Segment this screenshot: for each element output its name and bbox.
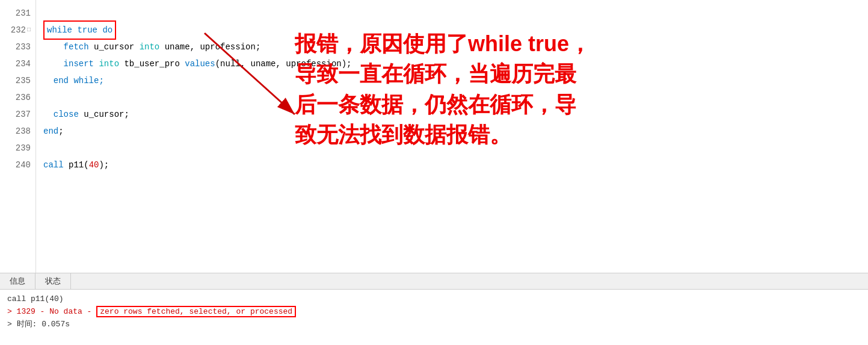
line-num-236: 236	[0, 89, 35, 106]
tab-info[interactable]: 信息	[0, 273, 35, 289]
code-line-231	[43, 5, 861, 22]
output-line-1: call p11(40)	[7, 293, 861, 306]
panel-output: call p11(40) > 1329 - No data - zero row…	[0, 290, 868, 334]
fetch-args: u_cursor	[89, 39, 140, 55]
editor-area: 231 232 233 234 235 236 237 238 239 240 …	[0, 0, 868, 273]
insert-keyword: insert	[64, 55, 94, 72]
line-num-231: 231	[0, 5, 35, 22]
code-line-236	[43, 89, 861, 106]
indent	[43, 39, 64, 55]
indent2	[43, 55, 64, 72]
line-num-237: 237	[0, 106, 35, 123]
output-line-2: > 1329 - No data - zero rows fetched, se…	[7, 306, 861, 319]
code-line-233: fetch u_cursor into uname, uprofession;	[43, 39, 861, 55]
call-close: );	[99, 157, 109, 173]
line-numbers: 231 232 233 234 235 236 237 238 239 240	[0, 0, 36, 273]
while-true-do-keyword: while true do	[43, 20, 116, 40]
space1	[94, 55, 99, 72]
bottom-panel: 信息 状态 call p11(40) > 1329 - No data - ze…	[0, 273, 868, 345]
error-highlight: zero rows fetched, selected, or processe…	[96, 306, 296, 317]
panel-tabs: 信息 状态	[0, 273, 868, 290]
table-name: tb_user_pro	[119, 55, 185, 72]
line-num-233: 233	[0, 39, 35, 55]
end-while-keyword: end while;	[54, 72, 104, 89]
line-num-239: 239	[0, 140, 35, 157]
indent4	[43, 106, 54, 123]
line-num-234: 234	[0, 55, 35, 72]
indent3	[43, 72, 54, 89]
close-keyword: close	[54, 106, 79, 123]
code-editor[interactable]: while true do fetch u_cursor into uname,…	[36, 0, 868, 273]
semicolon: ;	[58, 123, 63, 140]
line-num-235: 235	[0, 72, 35, 89]
call-arg: 40	[89, 157, 99, 173]
code-line-237: close u_cursor;	[43, 106, 861, 123]
output-line-3: > 时间: 0.057s	[7, 319, 861, 331]
into-keyword2: into	[99, 55, 119, 72]
line-num-232: 232	[0, 22, 35, 39]
tab-status[interactable]: 状态	[35, 273, 71, 289]
fetch-keyword: fetch	[64, 39, 89, 55]
code-line-234: insert into tb_user_pro values (null, un…	[43, 55, 861, 72]
call-name: p11(	[64, 157, 89, 173]
fetch-vars: uname, uprofession;	[159, 39, 260, 55]
code-line-232: while true do	[43, 22, 861, 39]
code-line-240: call p11( 40 );	[43, 157, 861, 173]
line-num-240: 240	[0, 157, 35, 173]
values-args: (null, uname, uprofession);	[215, 55, 352, 72]
code-line-239	[43, 140, 861, 157]
end-keyword: end	[43, 123, 58, 140]
code-line-235: end while;	[43, 72, 861, 89]
close-cursor: u_cursor;	[79, 106, 129, 123]
into-keyword: into	[140, 39, 160, 55]
line-num-238: 238	[0, 123, 35, 140]
code-line-238: end ;	[43, 123, 861, 140]
call-keyword: call	[43, 157, 64, 173]
values-keyword: values	[185, 55, 215, 72]
